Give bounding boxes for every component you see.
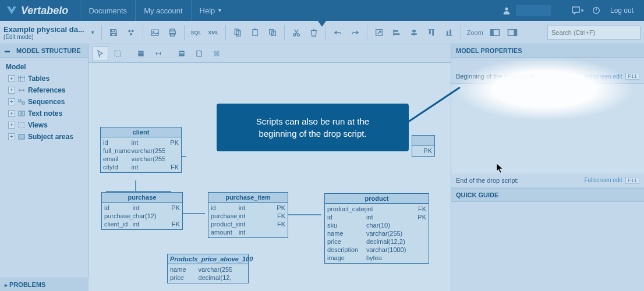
sidebar-left: ▬ MODEL STRUCTURE Model +Tables +Referen…	[0, 44, 89, 291]
model-name-box[interactable]: Example physical da... (Edit mode)	[3, 25, 84, 40]
logout-link[interactable]: Log out	[606, 6, 638, 15]
reference-icon	[17, 87, 26, 94]
chevron-down-icon[interactable]: ▼	[90, 30, 95, 36]
note-tool[interactable]	[191, 46, 207, 61]
tree-subjectareas[interactable]: +Subject areas	[2, 131, 86, 143]
expand-icon[interactable]	[371, 24, 387, 41]
select-tool[interactable]	[92, 46, 108, 61]
layout-right-icon[interactable]	[504, 24, 521, 41]
align-left-icon[interactable]	[388, 24, 405, 41]
power-icon	[587, 0, 606, 21]
brand-logo[interactable]: Vertabelo	[6, 5, 68, 17]
delete-icon[interactable]	[306, 24, 322, 41]
undo-icon[interactable]	[330, 24, 346, 41]
marquee-tool[interactable]	[109, 46, 126, 61]
nav-help-label: Help	[200, 6, 215, 15]
tree-label: References	[28, 86, 66, 94]
model-name: Example physical da...	[3, 25, 84, 34]
problems-panel[interactable]: ▸ PROBLEMS	[0, 278, 89, 291]
entity-product[interactable]: product product_category_idintFK idintPK…	[324, 193, 429, 264]
table-icon	[17, 75, 26, 82]
image-icon[interactable]	[147, 24, 163, 41]
search-input[interactable]	[547, 26, 641, 40]
copy-icon[interactable]	[229, 24, 246, 41]
plus-icon[interactable]: +	[8, 75, 15, 82]
entity-purchase-item[interactable]: purchase_item idintPK purchase_idintFK p…	[208, 192, 288, 238]
tree-sequences[interactable]: +Sequences	[2, 96, 86, 108]
chat-icon[interactable]: ▼	[568, 0, 587, 21]
main-area: ▬ MODEL STRUCTURE Model +Tables +Referen…	[0, 44, 644, 291]
model-structure-header[interactable]: ▬ MODEL STRUCTURE	[0, 44, 88, 58]
share-icon[interactable]	[123, 24, 139, 41]
fullscreen-edit-link[interactable]: Fullscreen edit	[584, 73, 622, 80]
er-canvas[interactable]: client idintPK full_namevarchar(255) ema…	[89, 63, 451, 291]
svg-rect-21	[394, 30, 398, 32]
svg-rect-31	[450, 29, 451, 34]
svg-rect-30	[447, 31, 448, 35]
sidebar-right: MODEL PROPERTIES Beginning of the drop s…	[451, 44, 644, 291]
svg-rect-24	[412, 30, 416, 32]
begin-drop-textarea[interactable]	[451, 84, 644, 173]
callout-line1: Scripts can also be run at the	[232, 115, 394, 127]
print-icon[interactable]	[164, 24, 181, 41]
reference-tool[interactable]	[150, 46, 167, 61]
quick-guide-body	[451, 202, 644, 292]
view-tool[interactable]	[174, 46, 190, 61]
svg-rect-25	[411, 33, 416, 35]
area-tool[interactable]	[208, 46, 225, 61]
logo-icon	[6, 5, 17, 16]
fullscreen-edit-link[interactable]: Fullscreen edit	[584, 177, 622, 183]
tree-references[interactable]: +References	[2, 84, 86, 96]
tree-label: Text notes	[28, 109, 62, 118]
user-icon[interactable]	[497, 0, 516, 21]
align-center-icon[interactable]	[406, 24, 422, 41]
quick-guide-header[interactable]: QUICK GUIDE	[451, 188, 644, 202]
tree-label: Tables	[28, 74, 49, 83]
tree-textnotes[interactable]: +Text notes	[2, 108, 86, 119]
entity-purchase[interactable]: purchase idintPK purchase_nochar(12) cli…	[101, 192, 183, 230]
entity-header: purchase_item	[208, 193, 288, 203]
logout-label: Log out	[610, 6, 634, 15]
align-top-icon[interactable]	[423, 24, 440, 41]
entity-client[interactable]: client idintPK full_namevarchar(255) ema…	[100, 127, 182, 173]
problems-label: PROBLEMS	[9, 281, 45, 288]
tree-label: Sequences	[28, 98, 65, 106]
svg-rect-50	[180, 52, 184, 52]
plus-icon[interactable]: +	[8, 133, 15, 140]
sql-icon[interactable]: SQL	[188, 24, 204, 41]
plus-icon[interactable]: +	[8, 110, 15, 117]
svg-rect-45	[19, 134, 24, 139]
user-badge[interactable]	[516, 5, 551, 16]
nav-documents[interactable]: Documents	[80, 0, 135, 21]
callout-line2: beginning of the drop script.	[232, 127, 394, 140]
tree-views[interactable]: +Views	[2, 119, 86, 131]
model-tree: Model +Tables +References +Sequences +Te…	[0, 58, 88, 146]
align-middle-icon[interactable]	[441, 24, 457, 41]
svg-rect-46	[115, 51, 120, 56]
duplicate-icon[interactable]	[264, 24, 281, 41]
tree-root[interactable]: Model	[2, 61, 86, 73]
entity-hidden[interactable]: PK	[412, 135, 435, 157]
plus-icon[interactable]: +	[8, 98, 15, 105]
layout-left-icon[interactable]	[487, 24, 503, 41]
f11-key: F11	[625, 177, 639, 184]
xml-icon[interactable]: XML	[206, 24, 222, 41]
tree-label: Subject areas	[28, 133, 73, 141]
cut-icon[interactable]	[288, 24, 305, 41]
nav-help[interactable]: Help ▼	[191, 0, 231, 21]
model-properties-header[interactable]: MODEL PROPERTIES	[451, 44, 644, 58]
tree-tables[interactable]: +Tables	[2, 73, 86, 84]
svg-rect-28	[432, 30, 434, 36]
plus-icon[interactable]: +	[8, 122, 15, 129]
entity-header	[412, 136, 434, 146]
table-tool[interactable]	[133, 46, 149, 61]
save-icon[interactable]	[105, 24, 122, 41]
canvas-wrap: client idintPK full_namevarchar(255) ema…	[89, 44, 451, 291]
nav-account[interactable]: My account	[135, 0, 190, 21]
entity-view-products-above-100[interactable]: Products_price_above_100 namevarchar(255…	[167, 254, 249, 283]
canvas-toolbar	[89, 44, 451, 63]
plus-icon[interactable]: +	[8, 87, 15, 94]
redo-icon[interactable]	[347, 24, 363, 41]
svg-rect-14	[254, 29, 256, 30]
paste-icon[interactable]	[247, 24, 263, 41]
